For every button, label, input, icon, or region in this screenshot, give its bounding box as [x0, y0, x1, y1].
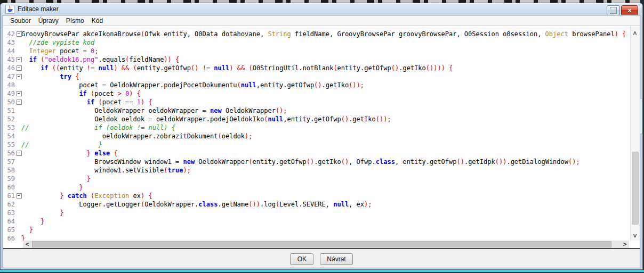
code-text[interactable]: BrowseWindow window1 = new OeldokWrapper…	[21, 158, 580, 166]
code-line: 56 } else {	[3, 149, 630, 158]
background-window-edge-bottom	[0, 270, 644, 272]
code-text[interactable]: if (pocet > 0) {	[21, 89, 141, 98]
fold-toggle[interactable]	[15, 98, 21, 106]
code-text[interactable]: Integer pocet = 0;	[21, 47, 99, 55]
line-number: 56	[3, 149, 15, 158]
code-text[interactable]: if ((entity != null) && (entity.getOfwp(…	[21, 64, 453, 72]
horizontal-scrollbar-thumb[interactable]	[32, 241, 611, 247]
dialog-client-area: Soubor Úpravy Písmo Kód 42GroovyBrowsePa…	[3, 15, 640, 268]
code-text[interactable]: }	[21, 183, 83, 192]
vertical-scrollbar-thumb[interactable]	[632, 152, 639, 225]
fold-gutter	[15, 81, 21, 89]
line-number: 46	[3, 64, 15, 72]
code-text[interactable]: //zde vypiste kod	[21, 38, 94, 47]
fold-gutter	[15, 226, 21, 234]
code-line: 42GroovyBrowsePar akceIkonaBrowse(Ofwk e…	[3, 30, 630, 38]
scroll-left-icon[interactable]: <	[23, 241, 31, 248]
code-text[interactable]: OeldokWrapper oeldokWrapper = new Oeldok…	[21, 106, 287, 115]
line-number: 62	[3, 200, 15, 209]
code-line: 54 oeldokWrapper.zobrazitDokument(oeldok…	[3, 132, 630, 140]
code-text[interactable]: }	[21, 226, 33, 234]
fold-minus-icon[interactable]	[17, 74, 22, 79]
fold-toggle[interactable]	[15, 192, 21, 200]
menu-soubor[interactable]: Soubor	[6, 16, 35, 25]
code-text[interactable]: try {	[21, 72, 79, 81]
code-text[interactable]: }	[21, 209, 63, 217]
editace-maker-dialog: Editace maker × Soubor Úpravy Písmo Kód …	[0, 3, 643, 270]
fold-gutter	[15, 234, 21, 241]
code-line: 51 OeldokWrapper oeldokWrapper = new Oel…	[3, 106, 630, 115]
fold-minus-icon[interactable]	[17, 91, 22, 96]
line-number: 57	[3, 158, 15, 166]
code-line: 65 }	[3, 226, 630, 234]
fold-toggle[interactable]	[15, 149, 21, 158]
code-line: 58 window1.setVisible(true);	[3, 166, 630, 175]
code-line: 49 if (pocet > 0) {	[3, 89, 630, 98]
scroll-down-icon[interactable]: <	[631, 232, 639, 239]
menu-pismo[interactable]: Písmo	[62, 16, 88, 25]
code-text[interactable]: if ("oeldok16.png".equals(fieldName)) {	[21, 55, 179, 64]
code-text[interactable]: GroovyBrowsePar akceIkonaBrowse(Ofwk ent…	[21, 30, 626, 38]
maximize-button[interactable]	[607, 5, 620, 15]
code-text[interactable]: Logger.getLogger(OeldokWrapper.class.get…	[21, 200, 372, 209]
code-line: 47 try {	[3, 72, 630, 81]
code-text[interactable]: } else {	[21, 149, 118, 158]
code-line: 43 //zde vypiste kod	[3, 38, 630, 47]
navrat-button[interactable]: Návrat	[320, 253, 352, 265]
code-text[interactable]: // }	[21, 140, 102, 149]
fold-toggle[interactable]	[15, 55, 21, 64]
fold-toggle[interactable]	[15, 89, 21, 98]
fold-toggle[interactable]	[15, 30, 21, 38]
line-number: 55	[3, 140, 15, 149]
code-line: 64 }	[3, 217, 630, 226]
fold-minus-icon[interactable]	[17, 31, 22, 37]
line-number: 47	[3, 72, 15, 81]
code-text[interactable]: } catch (Exception ex) {	[21, 192, 152, 200]
fold-minus-icon[interactable]	[17, 65, 22, 71]
code-text[interactable]: Oeldok oeldok = oeldokWrapper.podejOeldo…	[21, 115, 391, 123]
code-text[interactable]: if (pocet == 1) {	[21, 98, 152, 106]
line-number: 53	[3, 123, 15, 132]
fold-toggle[interactable]	[15, 64, 21, 72]
line-number: 58	[3, 166, 15, 175]
fold-minus-icon[interactable]	[17, 151, 22, 156]
line-number: 43	[3, 38, 15, 47]
code-text[interactable]: }	[21, 175, 91, 183]
scroll-right-icon[interactable]: >	[621, 241, 629, 248]
code-line: 57 BrowseWindow window1 = new OeldokWrap…	[3, 158, 630, 166]
code-line: 59 }	[3, 175, 630, 183]
fold-gutter	[15, 115, 21, 123]
ok-button[interactable]: OK	[290, 253, 313, 265]
code-text[interactable]: pocet = OeldokWrapper.podejPocetDokument…	[21, 81, 364, 89]
scroll-up-icon[interactable]: <	[631, 29, 639, 37]
code-text[interactable]: // if (oeldok != null) {	[21, 123, 175, 132]
code-line: 63 }	[3, 209, 630, 217]
window-title: Editace maker	[18, 5, 59, 13]
code-line: 46 if ((entity != null) && (entity.getOf…	[3, 64, 630, 72]
fold-gutter	[15, 175, 21, 183]
line-number: 52	[3, 115, 15, 123]
fold-minus-icon[interactable]	[17, 57, 22, 62]
code-text[interactable]: }	[21, 217, 44, 226]
code-text[interactable]: oeldokWrapper.zobrazitDokument(oeldok);	[21, 132, 253, 140]
code-area[interactable]: 42GroovyBrowsePar akceIkonaBrowse(Ofwk e…	[3, 26, 630, 241]
fold-minus-icon[interactable]	[17, 100, 22, 105]
code-text[interactable]: window1.setVisible(true);	[21, 166, 191, 175]
line-number: 63	[3, 209, 15, 217]
code-line: 66}	[3, 234, 630, 241]
close-button[interactable]: ×	[621, 5, 638, 15]
code-editor[interactable]: 42GroovyBrowsePar akceIkonaBrowse(Ofwk e…	[3, 26, 640, 249]
line-number: 49	[3, 89, 15, 98]
fold-minus-icon[interactable]	[17, 193, 22, 198]
code-text[interactable]: }	[21, 234, 25, 241]
code-line: 55// }	[3, 140, 630, 149]
fold-gutter	[15, 38, 21, 47]
fold-gutter	[15, 47, 21, 55]
menu-upravy[interactable]: Úpravy	[35, 16, 62, 25]
title-bar[interactable]: Editace maker ×	[1, 3, 642, 15]
horizontal-scrollbar[interactable]: < >	[23, 241, 629, 248]
fold-gutter	[15, 158, 21, 166]
fold-toggle[interactable]	[15, 72, 21, 81]
vertical-scrollbar[interactable]: < <	[630, 26, 640, 241]
menu-kod[interactable]: Kód	[88, 16, 107, 25]
